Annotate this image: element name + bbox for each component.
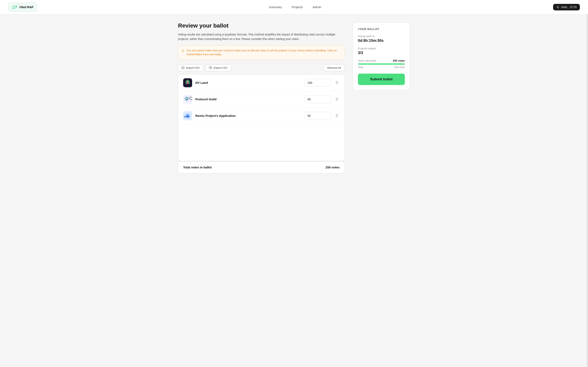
projects-added-value: 3/3: [358, 51, 405, 55]
page-title: Review your ballot: [178, 22, 345, 29]
submit-ballot-button[interactable]: Submit ballot: [358, 74, 405, 85]
svg-text:⚙️🛡: ⚙️🛡: [184, 96, 192, 101]
votes-allocated-row: Votes allocated: 250 votes: [358, 59, 405, 62]
trash-icon: [335, 98, 339, 101]
total-votes-label: Total votes in ballot: [183, 166, 212, 169]
remix-avatar-image: REMIX: [183, 111, 192, 120]
nav-admin[interactable]: Admin: [312, 5, 321, 9]
warning-box: ⚠ You can submit votes once per round so…: [178, 45, 345, 59]
navbar: Obol RAF Summary Projects Admin 0x0c...7…: [0, 0, 588, 14]
project-name-protocol: Protocol Guild: [195, 98, 301, 101]
page-content: Review your ballot Voting results are ca…: [172, 14, 416, 182]
export-csv-label: Export CSV: [214, 66, 227, 69]
csv-buttons: Import CSV Export CSV: [178, 64, 231, 71]
voting-ends-label: Voting ends in:: [358, 35, 405, 38]
vote-input-protocol[interactable]: [304, 95, 331, 103]
progress-bar-fill: [358, 63, 405, 65]
project-avatar-protocol: ⚙️🛡: [183, 95, 192, 104]
trash-icon: [335, 114, 339, 118]
nav-summary[interactable]: Summary: [269, 5, 282, 9]
table-row: DV Land: [178, 75, 345, 91]
obol-logo-icon: [12, 4, 17, 10]
delete-remix-button[interactable]: [334, 113, 339, 118]
table-row: REMIX Remix Project's Application: [178, 108, 345, 124]
delete-protocol-button[interactable]: [334, 97, 339, 102]
project-name-remix: Remix Project's Application: [195, 114, 301, 117]
wallet-button[interactable]: 0x0c...7C70: [553, 4, 580, 10]
remove-all-button[interactable]: Remove All: [323, 64, 345, 71]
nav-projects[interactable]: Projects: [292, 5, 303, 9]
scrollbar-track: [587, 0, 588, 367]
nav-links: Summary Projects Admin: [269, 5, 321, 9]
export-csv-button[interactable]: Export CSV: [206, 64, 231, 71]
votes-allocated-value: 250 votes: [393, 59, 405, 62]
csv-action-row: Import CSV Export CSV Remove All: [178, 64, 345, 71]
svg-point-12: [187, 82, 189, 83]
import-csv-label: Import CSV: [186, 66, 200, 69]
project-avatar-dvland: [183, 78, 192, 87]
export-icon: [209, 66, 212, 69]
total-row: Total votes in ballot 250 votes: [178, 161, 345, 173]
wallet-dot-icon: [556, 6, 559, 8]
svg-text:REMIX: REMIX: [184, 116, 190, 118]
left-column: Review your ballot Voting results are ca…: [178, 22, 345, 173]
ballot-sidebar: YOUR BALLOT Voting ends in: 0d:8h:15m:50…: [353, 22, 410, 90]
delete-dvland-button[interactable]: [334, 80, 339, 85]
protocol-avatar-image: ⚙️🛡: [183, 95, 192, 104]
progress-total-row: Total 250 votes: [358, 66, 405, 69]
project-name-dvland: DV Land: [195, 81, 301, 84]
empty-ballot-area: [178, 124, 345, 161]
total-votes-value: 250 votes: [326, 166, 339, 169]
dvland-avatar-image: [183, 78, 192, 87]
ballot-table: DV Land ⚙️🛡 Protocol Guild: [178, 75, 345, 161]
progress-total-label: Total: [358, 66, 363, 69]
project-avatar-remix: REMIX: [183, 111, 192, 120]
progress-bar-background: [358, 63, 405, 65]
page-description: Voting results are calculated using a qu…: [178, 32, 345, 42]
import-csv-button[interactable]: Import CSV: [178, 64, 203, 71]
progress-total-value: 250 votes: [394, 66, 405, 69]
logo-button[interactable]: Obol RAF: [8, 2, 37, 12]
right-column: YOUR BALLOT Voting ends in: 0d:8h:15m:50…: [353, 22, 410, 90]
table-row: ⚙️🛡 Protocol Guild: [178, 91, 345, 108]
trash-icon: [335, 81, 339, 85]
vote-input-dvland[interactable]: [304, 79, 331, 87]
warning-icon: ⚠: [182, 49, 184, 53]
warning-text: You can submit votes once per round so m…: [186, 49, 341, 57]
svg-point-14: [189, 83, 190, 84]
projects-added-label: Projects added:: [358, 47, 405, 50]
wallet-address: 0x0c...7C70: [561, 6, 577, 9]
vote-input-remix[interactable]: [304, 112, 331, 120]
svg-point-13: [185, 83, 187, 84]
logo-text: Obol RAF: [19, 5, 34, 9]
voting-ends-value: 0d:8h:15m:50s: [358, 39, 405, 43]
sidebar-title: YOUR BALLOT: [358, 27, 405, 31]
votes-allocated-label: Votes allocated:: [358, 59, 377, 62]
import-icon: [182, 66, 184, 69]
